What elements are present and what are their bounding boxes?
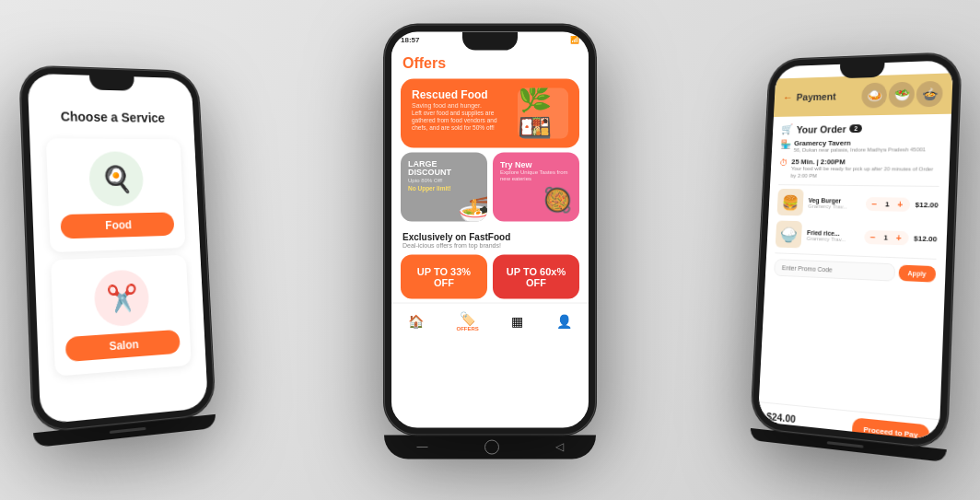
back-button[interactable]: ←: [783, 91, 794, 104]
rescued-subtitle: Saving food and hunger.: [412, 101, 510, 108]
divider-2: [775, 252, 936, 260]
home-gesture: [484, 439, 499, 454]
choose-service-title: Choose a Service: [60, 109, 165, 124]
food-icon: 🍳: [88, 151, 145, 206]
nav-profile[interactable]: 👤: [556, 314, 572, 329]
recent-gesture: ◁: [555, 439, 564, 454]
discount-sub: Upto 80% Off!: [408, 178, 480, 183]
center-content: Offers Rescued Food Saving food and hung…: [391, 47, 589, 427]
qty-num-2: 1: [881, 233, 891, 241]
center-signal: 📶: [570, 35, 579, 43]
profile-nav-icon: 👤: [556, 314, 572, 329]
promo-row: Apply: [774, 259, 936, 284]
qty-num-1: 1: [882, 200, 892, 208]
main-scene: Choose a Service 🍳 Food ✂️ Salon: [0, 0, 980, 500]
offers-title: Offers: [402, 54, 578, 71]
discount-card[interactable]: LARGE DISCOUNT Upto 80% Off! No Upper li…: [401, 152, 487, 221]
offers-nav-label: OFFERS: [456, 326, 478, 331]
rescued-text: Rescued Food Saving food and hunger. Lef…: [412, 87, 510, 132]
try-new-card[interactable]: Try New Explore Unique Tastes from new e…: [493, 152, 579, 221]
qty-plus-2[interactable]: +: [893, 232, 905, 243]
item-details-1: Veg Burger Gramercy Trav...: [808, 196, 860, 209]
restaurant-address: 56, Dukan near palasia, Indore Madhya Pr…: [794, 146, 927, 154]
center-time: 18:57: [401, 35, 419, 43]
item-img-2: 🍚: [776, 220, 802, 248]
left-phone-screen: Choose a Service 🍳 Food ✂️ Salon: [28, 73, 208, 424]
center-phone: 18:57 📶 Offers Rescued Food Saving food …: [384, 24, 596, 435]
qty-control-1: − 1 +: [865, 196, 910, 211]
left-content: Choose a Service 🍳 Food ✂️ Salon: [28, 89, 206, 397]
payment-header: ← Payment 🍛 🥗 🍲: [774, 73, 953, 117]
right-phone-screen: ← Payment 🍛 🥗 🍲 🛒 Your Order: [758, 60, 953, 440]
cart-count-badge: 2: [849, 124, 862, 133]
food-img-1: 🍛: [861, 82, 888, 108]
food-button[interactable]: Food: [60, 212, 174, 238]
deal-33-label: UP TO 33% OFF: [408, 265, 480, 287]
home-indicator: [110, 426, 146, 433]
food-img-3: 🍲: [916, 80, 943, 107]
salon-button[interactable]: Salon: [65, 329, 181, 361]
apply-button[interactable]: Apply: [898, 264, 936, 282]
delivery-time-label: 25 Min. | 2:00PM: [791, 157, 940, 166]
restaurant-name: Gramercy Tavern: [794, 138, 927, 147]
deal-60-label: UP TO 60x% OFF: [500, 265, 572, 287]
divider-1: [778, 184, 939, 187]
proceed-button[interactable]: Proceed to Pay: [852, 417, 930, 440]
exclusive-section: Exclusively on FastFood Deal-icious offe…: [391, 226, 589, 250]
center-notch: [462, 31, 518, 50]
clock-icon: ⏱: [779, 157, 788, 168]
center-phone-screen: 18:57 📶 Offers Rescued Food Saving food …: [391, 31, 589, 427]
left-phone-wrapper: Choose a Service 🍳 Food ✂️ Salon: [19, 65, 216, 448]
total-left: $24.00 View Detailed Bill: [766, 410, 818, 433]
delivery-time-desc: Your food will be ready for pick up afte…: [790, 165, 939, 180]
food-service-card[interactable]: 🍳 Food: [46, 138, 186, 252]
offers-header: Offers: [391, 47, 589, 75]
center-phone-wrapper: 18:57 📶 Offers Rescued Food Saving food …: [384, 24, 596, 459]
nav-home[interactable]: 🏠: [408, 314, 424, 329]
exclusive-title: Exclusively on FastFood: [402, 231, 578, 241]
back-gesture: —: [417, 439, 428, 454]
qty-minus-2[interactable]: −: [868, 231, 879, 241]
order-item-1: 🍔 Veg Burger Gramercy Trav... − 1 + $12.…: [776, 189, 939, 219]
item-price-2: $12.00: [914, 234, 938, 243]
nav-grid[interactable]: ▦: [511, 314, 523, 329]
left-notch: [89, 75, 134, 90]
nav-offers[interactable]: 🏷️ OFFERS: [456, 311, 478, 331]
try-new-img: 🥘: [500, 185, 572, 214]
rescued-image: 🌿🍱: [518, 87, 568, 138]
home-nav-icon: 🏠: [408, 314, 424, 329]
deal-card-33[interactable]: UP TO 33% OFF: [401, 254, 487, 298]
try-new-sub: Explore Unique Tastes from new eateries: [500, 169, 572, 181]
qty-control-2: − 1 +: [864, 229, 909, 245]
offers-nav-icon: 🏷️: [460, 311, 475, 326]
restaurant-details: Gramercy Tavern 56, Dukan near palasia, …: [794, 138, 927, 154]
center-bottom-bar: — ◁: [384, 435, 596, 459]
right-phone: ← Payment 🍛 🥗 🍲 🛒 Your Order: [751, 52, 962, 448]
food-img-2: 🥗: [888, 81, 915, 107]
cart-icon: 🛒: [781, 123, 793, 135]
grid-nav-icon: ▦: [511, 314, 523, 329]
item-rest-2: Gramercy Trav...: [807, 235, 858, 242]
rescued-desc: Left over food and supplies are gathered…: [412, 109, 510, 132]
rescued-food-card[interactable]: Rescued Food Saving food and hunger. Lef…: [401, 78, 579, 147]
qty-plus-1[interactable]: +: [894, 199, 906, 209]
delivery-time-info: ⏱ 25 Min. | 2:00PM Your food will be rea…: [779, 157, 940, 180]
exclusive-sub: Deal-icious offers from top brands!: [402, 241, 578, 248]
discount-food-img: 🍜: [458, 193, 487, 221]
try-new-title: Try New: [500, 159, 572, 169]
deal-cards: UP TO 33% OFF UP TO 60x% OFF: [401, 254, 579, 298]
payment-title: Payment: [796, 90, 835, 102]
your-order-title: 🛒 Your Order 2: [781, 121, 941, 134]
item-img-1: 🍔: [776, 189, 803, 215]
restaurant-info: 🏪 Gramercy Tavern 56, Dukan near palasia…: [780, 138, 941, 154]
order-section: 🛒 Your Order 2 🏪 Gramercy Tavern 56, Duk…: [759, 113, 951, 419]
restaurant-icon: 🏪: [780, 139, 791, 149]
item-rest-1: Gramercy Trav...: [808, 203, 859, 209]
discount-limit: No Upper limit!: [408, 185, 480, 192]
item-details-2: Fried rice... Gramercy Trav...: [807, 229, 859, 243]
deal-card-60[interactable]: UP TO 60x% OFF: [493, 254, 579, 298]
promo-input[interactable]: [774, 259, 895, 282]
right-content: ← Payment 🍛 🥗 🍲 🛒 Your Order: [758, 73, 953, 440]
qty-minus-1[interactable]: −: [869, 198, 880, 208]
salon-service-card[interactable]: ✂️ Salon: [51, 254, 192, 376]
